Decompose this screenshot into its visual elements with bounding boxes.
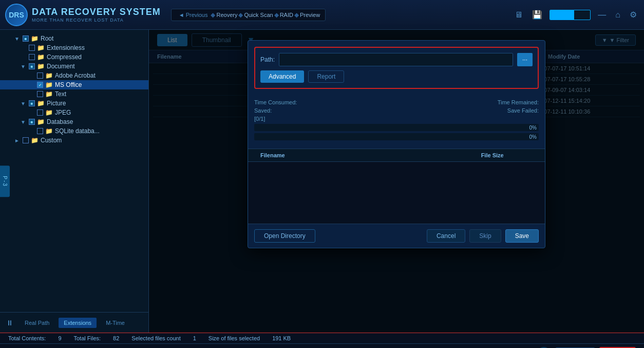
modal-table-header: Filename File Size (248, 149, 545, 162)
tree-label: Document (47, 63, 75, 70)
tree-label: Custom (41, 137, 62, 144)
sidebar-tab-mtime[interactable]: M-Time (101, 318, 130, 328)
folder-icon: 📁 (45, 109, 53, 116)
tree-item-root[interactable]: ▼ ■ 📁 Root (0, 34, 148, 43)
tree-checkbox[interactable]: ✓ (37, 82, 43, 88)
modal-col-filename: Filename (254, 152, 446, 158)
main-layout: P-3 ▼ ■ 📁 Root 📁 Extensionless 📁 Compres… (0, 30, 644, 333)
tree-item-document[interactable]: ▼ ■ 📁 Document (0, 62, 148, 71)
logo-area: DRS DATA RECOVERY SYSTEM MORE THAN RECOV… (5, 4, 161, 26)
progress-section: Time Consumed: Time Remained: Saved: Sav… (248, 95, 545, 146)
tree-checkbox[interactable] (37, 109, 43, 116)
header-right: 🖥 💾 — ⌂ ⚙ (513, 8, 639, 22)
drive-icon[interactable]: 💾 (530, 8, 544, 22)
modal-report-btn[interactable]: Report (308, 70, 344, 83)
nav-recovery[interactable]: Reovery (216, 12, 237, 18)
path-input[interactable] (279, 53, 513, 66)
tree-label: MS Office (55, 81, 82, 88)
path-browse-button[interactable]: ··· (517, 53, 533, 66)
app-title: DATA RECOVERY SYSTEM (32, 7, 161, 17)
tree-label: Root (41, 35, 53, 42)
modal-save-button[interactable]: Save (505, 229, 539, 243)
progress-saved-row: Saved: Save Failed: (254, 107, 539, 114)
modal-file-area (248, 162, 545, 224)
progress-pct-1: 0% (529, 125, 537, 131)
header: DRS DATA RECOVERY SYSTEM MORE THAN RECOV… (0, 0, 644, 30)
sidebar-tab-extensions[interactable]: Extensions (59, 318, 97, 328)
tree-label: Database (47, 118, 73, 125)
modal-footer: Open Directory Cancel Skip Save (248, 224, 545, 248)
info-strip: Total Contents: 9 Total Files: 82 Select… (0, 333, 644, 343)
bottom-bar: ▲ File Search Time Search Content Search… (0, 343, 644, 348)
tree-item-custom[interactable]: ► 📁 Custom (0, 136, 148, 145)
tree-arrow: ▼ (21, 101, 27, 106)
minimize-icon[interactable]: — (596, 8, 608, 22)
tree-item-database[interactable]: ▼ ■ 📁 Database (0, 117, 148, 126)
folder-icon: 📁 (45, 90, 53, 98)
tree-checkbox[interactable] (29, 54, 35, 60)
tree-label: JPEG (55, 109, 71, 116)
nav-prev-btn[interactable]: ◄ Previous (177, 12, 210, 18)
tree-item-adobe[interactable]: 📁 Adobe Acrobat (0, 71, 148, 80)
open-directory-button[interactable]: Open Directory (254, 229, 315, 243)
selected-count-value: 1 (193, 335, 196, 341)
path-row: Path: ··· (260, 53, 533, 66)
skip-button[interactable]: Skip (469, 229, 501, 243)
total-files-label: Total Files: (74, 335, 101, 341)
tree-checkbox[interactable]: ■ (29, 119, 35, 125)
total-contents-value: 9 (58, 335, 61, 341)
progress-pct-2: 0% (529, 134, 537, 140)
tree-checkbox[interactable]: ■ (23, 35, 29, 42)
monitor-icon[interactable]: 🖥 (513, 8, 525, 22)
progress-bar-2: 0% (254, 133, 539, 140)
tree-item-sqlite[interactable]: 📁 SQLite databa... (0, 126, 148, 136)
modal-footer-right: Cancel Skip Save (427, 229, 539, 243)
home-icon[interactable]: ⌂ (613, 8, 622, 22)
folder-icon: 📁 (37, 53, 45, 61)
save-dialog-modal: Path: ··· Advanced Report Time Consumed:… (248, 40, 545, 248)
nav-preview[interactable]: Preview (300, 12, 320, 18)
folder-icon: 📁 (37, 118, 45, 125)
app-subtitle: MORE THAN RECOVER LOST DATA (32, 17, 161, 23)
nav-raid[interactable]: RAID (280, 12, 293, 18)
tree-item-jpeg[interactable]: 📁 JPEG (0, 108, 148, 117)
tree-checkbox[interactable] (23, 137, 29, 143)
tree-item-msoffice[interactable]: ✓ 📁 MS Office (0, 80, 148, 89)
folder-icon: 📁 (37, 63, 45, 70)
tree-checkbox[interactable] (29, 45, 35, 51)
saved-label: Saved: (254, 107, 272, 114)
total-contents-label: Total Contents: (8, 335, 46, 341)
tree-item-text[interactable]: 📁 Text (0, 89, 148, 99)
folder-icon: 📁 (37, 100, 45, 107)
tree-checkbox[interactable] (37, 128, 43, 134)
tree-label: Text (55, 90, 66, 98)
nav-quick-scan[interactable]: Quick Scan (244, 12, 273, 18)
tree-item-compressed[interactable]: 📁 Compressed (0, 52, 148, 62)
logo-text: DATA RECOVERY SYSTEM MORE THAN RECOVER L… (32, 7, 161, 23)
tree-checkbox[interactable] (37, 72, 43, 79)
nav-breadcrumb: ◄ Previous ◆ Reovery ◆ Quick Scan ◆ RAID… (171, 9, 326, 21)
settings-icon[interactable]: ⚙ (628, 8, 639, 22)
folder-icon: 📁 (45, 127, 53, 135)
modal-advanced-btn[interactable]: Advanced (260, 70, 304, 83)
tree-item-picture[interactable]: ▼ ■ 📁 Picture (0, 99, 148, 108)
sidebar-tabs: ⏸ Real Path Extensions M-Time (0, 312, 148, 333)
tree-item-extensionless[interactable]: 📁 Extensionless (0, 43, 148, 52)
sidebar-pause-icon[interactable]: ⏸ (4, 317, 15, 329)
tree-label: SQLite databa... (55, 127, 100, 135)
cancel-button[interactable]: Cancel (427, 229, 465, 243)
folder-icon: 📁 (45, 81, 53, 88)
modal-overlay: Path: ··· Advanced Report Time Consumed:… (149, 30, 644, 333)
tree-checkbox[interactable]: ■ (29, 100, 35, 106)
time-consumed-label: Time Consumed: (254, 99, 297, 105)
sidebar-tab-realpath[interactable]: Real Path (20, 318, 54, 328)
folder-icon: 📁 (37, 44, 45, 51)
progress-bar-1: 0% (254, 124, 539, 131)
tree-checkbox[interactable] (37, 91, 43, 97)
selected-count-label: Selected files count (131, 335, 180, 341)
folder-icon: 📁 (31, 137, 39, 144)
tree-arrow: ▼ (21, 64, 27, 69)
progress-info-row: Time Consumed: Time Remained: (254, 99, 539, 105)
tree-checkbox[interactable]: ■ (29, 63, 35, 69)
modal-footer-left: Open Directory (254, 229, 423, 243)
